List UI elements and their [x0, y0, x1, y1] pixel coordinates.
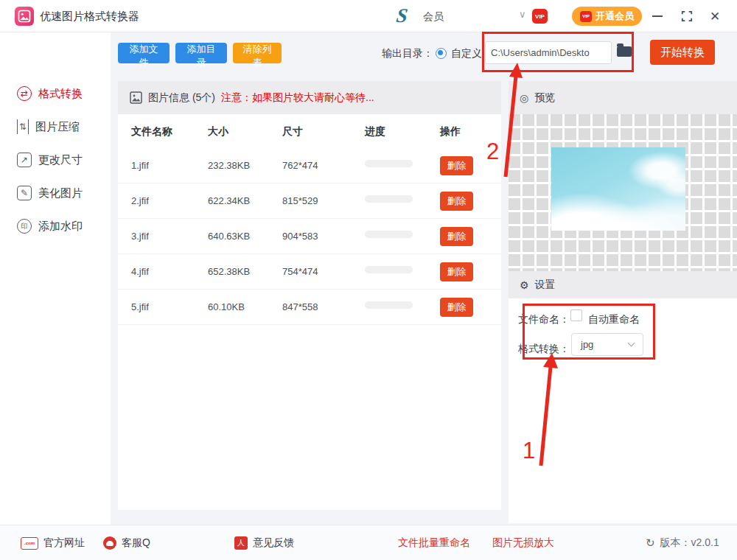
member-label: 会员 [423, 10, 445, 24]
auto-rename-checkbox[interactable] [570, 309, 582, 321]
table-row: 1.jfif 232.38KB 762*474 删除 [118, 148, 501, 183]
file-name: 3.jfif [131, 231, 149, 242]
file-dims: 847*558 [282, 301, 318, 312]
sidebar-item-beautify[interactable]: ✎ 美化图片 [0, 183, 111, 203]
customer-service-label: 客服Q [122, 536, 150, 550]
col-progress: 进度 [365, 125, 385, 139]
title-bar: 优速图片格式转换器 S 会员 ∨ VIP VIP 开通会员 ✕ [0, 0, 737, 32]
delete-button[interactable]: 删除 [440, 262, 473, 281]
preview-checkerboard [509, 114, 737, 271]
app-logo-icon [15, 7, 34, 26]
sidebar-item-label: 美化图片 [38, 186, 83, 200]
delete-button[interactable]: 删除 [440, 227, 473, 246]
format-select[interactable]: jpg [571, 333, 643, 356]
sidebar-item-label: 格式转换 [38, 87, 83, 101]
feedback-label: 意见反馈 [253, 536, 294, 550]
feedback-icon: 人 [234, 536, 248, 550]
compress-icon: ⇅ [17, 119, 29, 134]
sidebar-item-label: 添加水印 [38, 220, 83, 234]
vip-mini-icon: VIP [580, 11, 592, 22]
feedback-link[interactable]: 人 意见反馈 [234, 525, 294, 560]
maximize-button[interactable] [680, 9, 694, 24]
table-row: 5.jfif 60.10KB 847*558 删除 [118, 290, 501, 325]
official-website-label: 官方网址 [43, 536, 85, 550]
version-label: 版本：v2.0.1 [660, 536, 719, 550]
minimize-icon [652, 15, 663, 17]
preview-settings-panel: ◎ 预览 ⚙ 设置 文件命名： 自动重命名 格式转换： jpg [509, 81, 737, 523]
image-info-icon [130, 91, 142, 104]
delete-button[interactable]: 删除 [440, 298, 473, 317]
lossless-zoom-link[interactable]: 图片无损放大 [492, 525, 554, 560]
clear-list-button[interactable]: 清除列表 [233, 43, 282, 63]
eye-icon: ◎ [520, 92, 528, 104]
col-file-name: 文件名称 [131, 125, 172, 139]
start-convert-button[interactable]: 开始转换 [650, 40, 715, 65]
refresh-icon: ↻ [646, 536, 655, 550]
info-title: 图片信息 (5个) [148, 91, 215, 105]
custom-radio-label: 自定义 [451, 47, 482, 60]
file-naming-label: 文件命名： [518, 313, 570, 326]
minimize-button[interactable] [650, 9, 665, 24]
col-actions: 操作 [440, 125, 461, 139]
version-info: ↻ 版本：v2.0.1 [646, 525, 719, 560]
open-vip-button[interactable]: VIP 开通会员 [572, 7, 642, 26]
progress-bar [365, 195, 413, 203]
sidebar-item-label: 更改尺寸 [38, 153, 83, 167]
vip-badge-icon: VIP [532, 9, 548, 24]
file-size: 622.34KB [208, 195, 250, 206]
customer-service-link[interactable]: 客服Q [103, 525, 150, 560]
format-select-value: jpg [581, 339, 593, 350]
file-name: 1.jfif [131, 160, 149, 171]
app-window: 优速图片格式转换器 S 会员 ∨ VIP VIP 开通会员 ✕ ⇄ 格式转换 ⇅… [0, 0, 737, 560]
file-size: 640.63KB [208, 231, 250, 242]
table-row: 2.jfif 622.34KB 815*529 删除 [118, 183, 501, 219]
file-size: 652.38KB [208, 266, 250, 277]
maximize-icon [681, 10, 693, 22]
col-dims: 尺寸 [282, 125, 303, 139]
file-name: 2.jfif [131, 195, 149, 206]
batch-rename-link[interactable]: 文件批量重命名 [398, 525, 470, 560]
file-name: 4.jfif [131, 266, 149, 277]
progress-bar [365, 301, 413, 309]
beautify-icon: ✎ [17, 186, 32, 200]
table-row: 4.jfif 652.38KB 754*474 删除 [118, 254, 501, 290]
table-row: 3.jfif 640.63KB 904*583 删除 [118, 219, 501, 254]
preview-title: 预览 [534, 91, 555, 105]
close-icon: ✕ [710, 9, 720, 24]
add-file-button[interactable]: 添加文件 [118, 43, 170, 63]
open-vip-label: 开通会员 [595, 10, 634, 23]
file-size: 232.38KB [208, 160, 250, 171]
website-icon: .com [21, 537, 38, 550]
sidebar-item-resize[interactable]: ↗ 更改尺寸 [0, 150, 111, 170]
official-website-link[interactable]: .com 官方网址 [21, 525, 85, 560]
delete-button[interactable]: 删除 [440, 156, 473, 175]
add-directory-button[interactable]: 添加目录 [175, 43, 227, 63]
toolbar: 添加文件 添加目录 清除列表 输出目录： 自定义 开始转换 [111, 32, 737, 81]
auto-rename-label: 自动重命名 [588, 313, 640, 326]
chevron-down-icon[interactable]: ∨ [519, 9, 526, 20]
chevron-down-icon [628, 340, 635, 347]
settings-header: ⚙ 设置 [509, 271, 737, 298]
member-s-logo-icon: S [395, 4, 409, 27]
headset-icon [103, 536, 116, 550]
sidebar-item-watermark[interactable]: 印 添加水印 [0, 216, 111, 237]
footer: .com 官方网址 客服Q 人 意见反馈 文件批量重命名 图片无损放大 ↻ 版本… [0, 525, 737, 560]
delete-button[interactable]: 删除 [440, 192, 473, 211]
sidebar-item-format-convert[interactable]: ⇄ 格式转换 [0, 83, 111, 104]
custom-radio[interactable] [436, 48, 447, 59]
output-path-input[interactable] [485, 41, 612, 64]
folder-browse-icon[interactable] [617, 46, 632, 57]
sidebar: ⇄ 格式转换 ⇅ 图片压缩 ↗ 更改尺寸 ✎ 美化图片 印 添加水印 [0, 32, 111, 525]
file-name: 5.jfif [131, 301, 149, 312]
file-dims: 815*529 [282, 195, 318, 206]
sidebar-item-image-compress[interactable]: ⇅ 图片压缩 [0, 116, 111, 137]
file-list-panel: 图片信息 (5个) 注意：如果图片较大请耐心等待... 文件名称 大小 尺寸 进… [118, 81, 501, 510]
close-button[interactable]: ✕ [708, 9, 722, 24]
file-dims: 904*583 [282, 231, 318, 242]
preview-header: ◎ 预览 [509, 81, 737, 114]
file-dims: 754*474 [282, 266, 318, 277]
output-dir-label: 输出目录： [382, 47, 433, 60]
sidebar-item-label: 图片压缩 [35, 120, 80, 134]
file-dims: 762*474 [282, 160, 318, 171]
preview-image [551, 147, 685, 231]
